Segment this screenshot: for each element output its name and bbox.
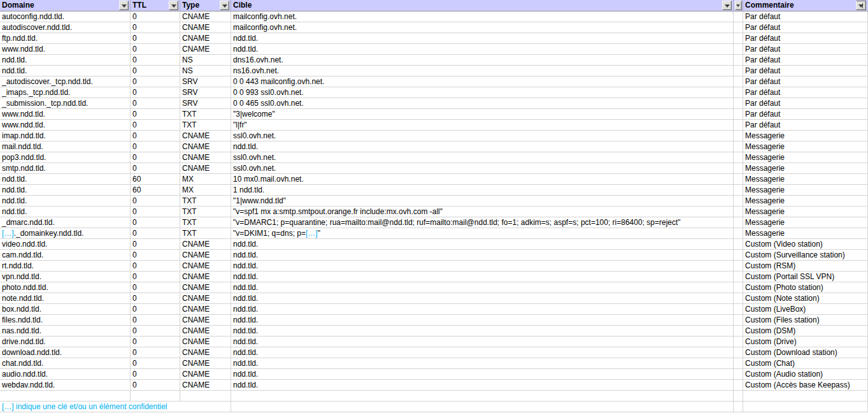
cell-cible[interactable]: mailconfig.ovh.net. — [231, 22, 734, 33]
cell-extra[interactable] — [734, 272, 743, 282]
cell-commentaire[interactable]: Messagerie — [743, 185, 868, 196]
cell-domaine[interactable]: autodiscover.ndd.tld. — [0, 22, 131, 33]
cell-commentaire[interactable]: Messagerie — [743, 131, 868, 141]
cell-type[interactable]: CNAME — [180, 293, 231, 304]
column-header-ttl[interactable]: TTL — [131, 0, 180, 11]
cell-ttl[interactable]: 60 — [131, 174, 180, 185]
cell-type[interactable]: TXT — [180, 217, 231, 228]
cell-commentaire[interactable]: Messagerie — [743, 141, 868, 152]
cell-commentaire[interactable]: Custom (Surveillance station) — [743, 250, 868, 261]
cell-type[interactable]: CNAME — [180, 250, 231, 261]
cell-type[interactable]: MX — [180, 174, 231, 185]
cell-extra[interactable] — [734, 239, 743, 250]
cell-ttl[interactable]: 0 — [131, 337, 180, 347]
cell-extra[interactable] — [734, 337, 743, 347]
cell-commentaire[interactable]: Par défaut — [743, 66, 868, 76]
cell-ttl[interactable]: 0 — [131, 272, 180, 282]
cell-commentaire[interactable]: Par défaut — [743, 109, 868, 120]
cell-type[interactable]: CNAME — [180, 11, 231, 22]
cell-extra[interactable] — [734, 402, 743, 412]
cell-cible[interactable]: ndd.tld. — [231, 272, 734, 282]
cell-type[interactable]: CNAME — [180, 326, 231, 337]
cell-commentaire[interactable]: Messagerie — [743, 207, 868, 217]
cell-domaine[interactable]: webdav.ndd.tld. — [0, 380, 131, 391]
column-header-type[interactable]: Type — [180, 0, 231, 11]
cell-commentaire[interactable]: Messagerie — [743, 228, 868, 239]
cell-commentaire[interactable]: Messagerie — [743, 163, 868, 174]
cell-ttl[interactable]: 0 — [131, 87, 180, 98]
cell-extra[interactable] — [734, 22, 743, 33]
cell-ttl[interactable]: 0 — [131, 76, 180, 87]
cell-commentaire[interactable] — [743, 402, 868, 412]
cell-type[interactable]: CNAME — [180, 347, 231, 358]
cell-domaine[interactable]: autoconfig.ndd.tld. — [0, 11, 131, 22]
cell-cible[interactable]: ndd.tld. — [231, 347, 734, 358]
cell-cible[interactable]: ndd.tld. — [231, 380, 734, 391]
cell-commentaire[interactable]: Custom (Audio station) — [743, 369, 868, 380]
cell-domaine[interactable]: files.ndd.tld. — [0, 315, 131, 326]
cell-type[interactable]: CNAME — [180, 304, 231, 315]
cell-cible[interactable]: 0 0 993 ssl0.ovh.net. — [231, 87, 734, 98]
cell-extra[interactable] — [734, 120, 743, 131]
cell-commentaire[interactable]: Par défaut — [743, 120, 868, 131]
cell-cible[interactable]: ssl0.ovh.net. — [231, 152, 734, 163]
cell-cible[interactable]: 1 ndd.tld. — [231, 185, 734, 196]
cell-ttl[interactable]: 0 — [131, 293, 180, 304]
cell-type[interactable]: CNAME — [180, 163, 231, 174]
cell-cible[interactable]: ndd.tld. — [231, 369, 734, 380]
cell-ttl[interactable]: 0 — [131, 217, 180, 228]
cell-extra[interactable] — [734, 304, 743, 315]
cell-domaine[interactable]: mail.ndd.tld. — [0, 141, 131, 152]
cell-commentaire[interactable]: Custom (LiveBox) — [743, 304, 868, 315]
cell-commentaire[interactable]: Par défaut — [743, 33, 868, 44]
cell-domaine[interactable] — [0, 391, 131, 402]
cell-extra[interactable] — [734, 44, 743, 55]
cell-ttl[interactable]: 0 — [131, 261, 180, 272]
cell-ttl[interactable]: 0 — [131, 380, 180, 391]
cell-ttl[interactable]: 0 — [131, 152, 180, 163]
cell-ttl[interactable]: 0 — [131, 33, 180, 44]
cell-cible[interactable]: "3|welcome" — [231, 109, 734, 120]
cell-extra[interactable] — [734, 369, 743, 380]
cell-type[interactable]: TXT — [180, 120, 231, 131]
cell-domaine[interactable]: audio.ndd.tld. — [0, 369, 131, 380]
cell-extra[interactable] — [734, 293, 743, 304]
cell-domaine[interactable]: drive.ndd.tld. — [0, 337, 131, 347]
column-header-domaine[interactable]: Domaine — [0, 0, 131, 11]
cell-cible[interactable]: ndd.tld. — [231, 315, 734, 326]
cell-extra[interactable] — [734, 98, 743, 109]
cell-type[interactable]: NS — [180, 55, 231, 66]
cell-ttl[interactable]: 0 — [131, 196, 180, 207]
cell-extra[interactable] — [734, 109, 743, 120]
cell-domaine[interactable]: ndd.tld. — [0, 196, 131, 207]
cell-type[interactable]: NS — [180, 66, 231, 76]
cell-cible[interactable]: ssl0.ovh.net. — [231, 131, 734, 141]
cell-ttl[interactable]: 0 — [131, 358, 180, 369]
cell-cible[interactable] — [231, 391, 734, 402]
cell-extra[interactable] — [734, 141, 743, 152]
cell-ttl[interactable]: 0 — [131, 98, 180, 109]
cell-ttl[interactable]: 0 — [131, 131, 180, 141]
cell-commentaire[interactable]: Par défaut — [743, 22, 868, 33]
cell-ttl[interactable]: 0 — [131, 369, 180, 380]
cell-type[interactable]: CNAME — [180, 141, 231, 152]
cell-extra[interactable] — [734, 76, 743, 87]
cell-ttl[interactable]: 0 — [131, 239, 180, 250]
cell-commentaire[interactable]: Par défaut — [743, 76, 868, 87]
cell-commentaire[interactable]: Custom (Note station) — [743, 293, 868, 304]
cell-extra[interactable] — [734, 207, 743, 217]
filter-button-commentaire[interactable] — [856, 1, 866, 10]
cell-commentaire[interactable]: Custom (Download station) — [743, 347, 868, 358]
cell-extra[interactable] — [734, 87, 743, 98]
cell-ttl[interactable]: 0 — [131, 347, 180, 358]
cell-ttl[interactable]: 0 — [131, 44, 180, 55]
cell-ttl[interactable]: 0 — [131, 304, 180, 315]
filter-button-ttl[interactable] — [169, 1, 178, 10]
cell-cible[interactable]: ndd.tld. — [231, 282, 734, 293]
cell-extra[interactable] — [734, 196, 743, 207]
cell-type[interactable]: TXT — [180, 228, 231, 239]
cell-domaine[interactable]: ndd.tld. — [0, 174, 131, 185]
cell-type[interactable]: MX — [180, 185, 231, 196]
cell-extra[interactable] — [734, 380, 743, 391]
cell-extra[interactable] — [734, 282, 743, 293]
